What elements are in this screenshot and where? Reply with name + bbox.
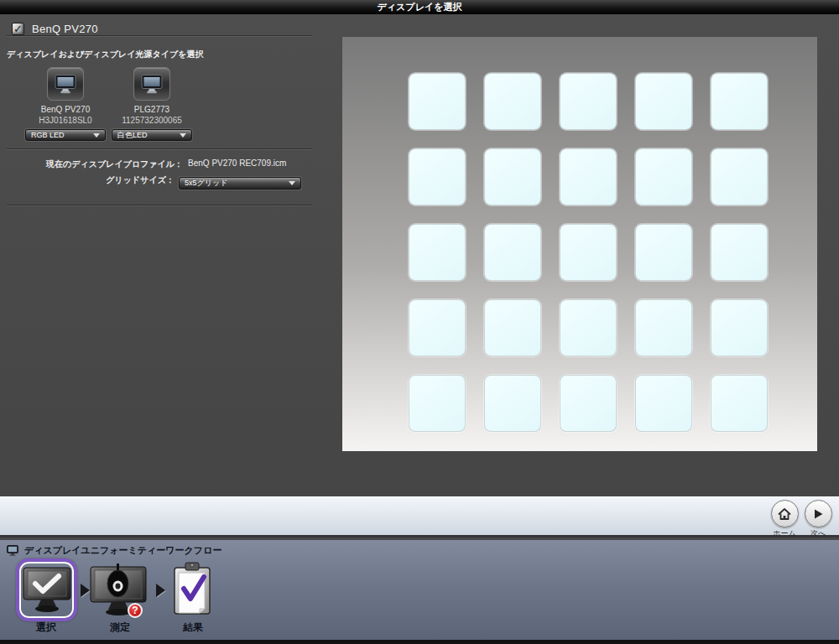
home-button[interactable]: ホーム: [767, 500, 802, 539]
chevron-down-icon: [93, 133, 100, 138]
main-area: ✓ BenQ PV270 ディスプレイおよびディスプレイ光源タイプを選択 Ben…: [0, 14, 839, 496]
backlight-dropdown[interactable]: 白色LED: [112, 129, 192, 141]
question-badge-icon: ?: [128, 603, 143, 618]
next-button[interactable]: 次へ: [800, 500, 836, 539]
home-label: ホーム: [767, 528, 802, 539]
workflow-step-results[interactable]: [171, 562, 215, 621]
window-title: ディスプレイを選択: [0, 0, 839, 14]
backlight-value: RGB LED: [31, 131, 65, 139]
workflow-step-select[interactable]: [16, 558, 77, 621]
uniformity-patch: [560, 299, 617, 356]
nav-bar: ホーム 次へ: [0, 496, 839, 538]
clipboard-check-icon: [171, 562, 215, 617]
uniformity-patch: [409, 73, 466, 130]
bottom-strip: [0, 640, 839, 644]
divider: [7, 35, 312, 37]
uniformity-patch: [711, 148, 768, 205]
uniformity-patch: [484, 224, 541, 281]
section-label: ディスプレイおよびディスプレイ光源タイプを選択: [7, 49, 203, 60]
profile-value: BenQ PV270 REC709.icm: [188, 158, 286, 170]
display-name: PLG2773: [112, 105, 192, 114]
divider: [7, 148, 312, 150]
divider: [7, 205, 312, 206]
device-header: ✓ BenQ PV270: [12, 23, 98, 35]
display-select-button[interactable]: [47, 67, 84, 101]
workflow-title: ディスプレイユニフォーミティーワークフロー: [24, 544, 221, 557]
current-profile-row: 現在のディスプレイプロファイル： BenQ PV270 REC709.icm: [46, 158, 286, 170]
uniformity-patch: [635, 224, 692, 281]
uniformity-patch: [635, 375, 692, 432]
monitor-icon: [55, 75, 76, 94]
uniformity-patch: [711, 73, 768, 130]
grid-size-label: グリッドサイズ：: [106, 174, 175, 186]
display-select-button[interactable]: [133, 67, 170, 101]
uniformity-patch: [409, 224, 466, 281]
display-card-plg: PLG2773 1125732300065 白色LED: [112, 67, 192, 141]
step-label-results: 結果: [183, 621, 203, 635]
play-next-icon: [810, 506, 826, 522]
display-card-benq: BenQ PV270 H3J01618SL0 RGB LED: [25, 67, 106, 141]
grid-size-value: 5x5グリッド: [185, 179, 227, 187]
step-label-select: 選択: [36, 621, 56, 635]
patch-grid: [409, 73, 768, 432]
monitor-check-icon: [23, 567, 71, 614]
home-icon: [777, 506, 792, 522]
uniformity-patch: [560, 375, 617, 432]
uniformity-patch: [484, 299, 541, 356]
uniformity-patch: [635, 299, 692, 356]
uniformity-patch: [409, 299, 466, 356]
backlight-dropdown[interactable]: RGB LED: [25, 129, 106, 141]
next-label: 次へ: [800, 528, 836, 539]
step-label-measure: 測定: [110, 621, 130, 635]
workflow-arrow-icon: [156, 584, 165, 597]
device-checkbox[interactable]: ✓: [12, 23, 24, 35]
profile-label: 現在のディスプレイプロファイル：: [46, 158, 183, 170]
display-serial: 1125732300065: [112, 116, 192, 125]
uniformity-patch: [560, 224, 617, 281]
uniformity-preview-panel: [342, 37, 817, 451]
uniformity-patch: [409, 148, 466, 205]
uniformity-patch: [635, 148, 692, 205]
backlight-value: 白色LED: [117, 131, 148, 139]
chevron-down-icon: [180, 133, 186, 138]
uniformity-patch: [711, 299, 768, 356]
display-name: BenQ PV270: [25, 105, 106, 114]
uniformity-patch: [484, 375, 541, 432]
uniformity-patch: [711, 224, 768, 281]
workflow-strip: ディスプレイユニフォーミティーワークフロー: [0, 540, 839, 640]
workflow-header: ディスプレイユニフォーミティーワークフロー: [7, 544, 221, 557]
uniformity-patch: [484, 73, 541, 130]
uniformity-patch: [484, 148, 541, 205]
uniformity-patch: [711, 375, 768, 432]
display-serial: H3J01618SL0: [25, 116, 106, 125]
uniformity-patch: [635, 73, 692, 130]
uniformity-patch: [560, 148, 617, 205]
monitor-icon: [141, 75, 163, 94]
device-title: BenQ PV270: [32, 23, 98, 35]
grid-size-dropdown[interactable]: 5x5グリッド: [179, 177, 301, 190]
uniformity-patch: [409, 375, 466, 432]
uniformity-patch: [560, 73, 617, 130]
monitor-small-icon: [7, 545, 19, 556]
chevron-down-icon: [289, 181, 295, 185]
